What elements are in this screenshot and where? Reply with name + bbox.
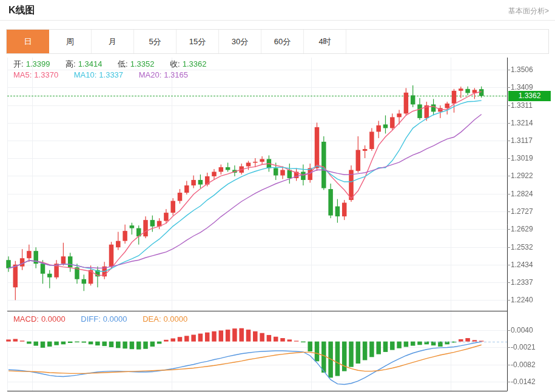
high-label: 高: — [66, 59, 76, 68]
low-label: 低: — [118, 59, 128, 68]
ma20-label: MA20: — [139, 70, 162, 79]
open-label: 开: — [13, 59, 24, 68]
tab-15min[interactable]: 15分 — [177, 30, 219, 53]
high-value: 1.3414 — [78, 59, 103, 68]
ma-readout: MA5:1.3370 MA10:1.3337 MA20:1.3165 — [13, 70, 190, 79]
ma5-label: MA5: — [13, 70, 32, 79]
y-axis-label: 1.2727 — [511, 207, 533, 216]
y-axis-label: 1.2824 — [511, 190, 533, 198]
tab-daily[interactable]: 日 — [7, 30, 49, 53]
y-axis-label: 1.3117 — [511, 136, 533, 145]
kline-page: { "header": { "title": "K线图", "link_labe… — [0, 0, 555, 392]
y-axis-label: 1.3019 — [511, 154, 533, 162]
diff-value: 0.0000 — [103, 314, 127, 324]
y-axis-label: -0.0021 — [511, 343, 536, 351]
ma5-value: 1.3370 — [34, 70, 58, 79]
interval-tabbar: 日 周 月 5分 15分 30分 60分 4时 — [6, 29, 549, 54]
y-axis-label: 1.2922 — [511, 171, 533, 180]
y-axis-label: 1.2629 — [511, 225, 533, 233]
ma10-value: 1.3337 — [99, 70, 123, 79]
ma20-value: 1.3165 — [164, 70, 188, 79]
header-divider — [0, 20, 555, 21]
y-axis-label: 1.2337 — [511, 278, 533, 287]
y-axis-label: -0.0082 — [511, 360, 536, 369]
ma10-label: MA10: — [74, 70, 97, 79]
tab-5min[interactable]: 5分 — [134, 30, 177, 53]
y-axis-label: -0.0142 — [511, 377, 536, 386]
open-value: 1.3399 — [26, 59, 50, 68]
y-axis-label: 1.3214 — [511, 119, 533, 127]
y-axis-label: 1.3311 — [511, 101, 533, 110]
ohlc-readout: 开:1.3399 高:1.3414 低:1.3352 收:1.3362 — [13, 59, 209, 70]
tab-60min[interactable]: 60分 — [261, 30, 304, 53]
diff-label: DIFF: — [81, 314, 101, 324]
tab-weekly[interactable]: 周 — [49, 30, 92, 53]
y-axis-label: 0.0040 — [511, 326, 533, 334]
last-price-badge: 1.3362 — [508, 91, 551, 101]
fundamental-analysis-link[interactable]: 基本面分析> — [508, 6, 549, 16]
y-axis-label: 1.2434 — [511, 261, 533, 269]
page-title: K线图 — [8, 4, 35, 17]
tab-monthly[interactable]: 月 — [92, 30, 134, 53]
y-axis-label: 1.3506 — [511, 65, 533, 74]
close-value: 1.3362 — [183, 59, 207, 68]
tab-4hour[interactable]: 4时 — [304, 30, 346, 53]
y-axis-label: 1.2532 — [511, 243, 533, 251]
close-label: 收: — [170, 59, 180, 68]
dea-value: 0.0000 — [164, 314, 188, 324]
macd-value: 0.0000 — [41, 314, 66, 324]
dea-label: DEA: — [143, 314, 161, 324]
y-axis-label: 1.2240 — [511, 296, 533, 304]
low-value: 1.3352 — [130, 59, 155, 68]
macd-label: MACD: — [13, 314, 39, 324]
tab-30min[interactable]: 30分 — [219, 30, 261, 53]
macd-readout: MACD:0.0000 DIFF:0.0000 DEA:0.0000 — [13, 314, 190, 324]
